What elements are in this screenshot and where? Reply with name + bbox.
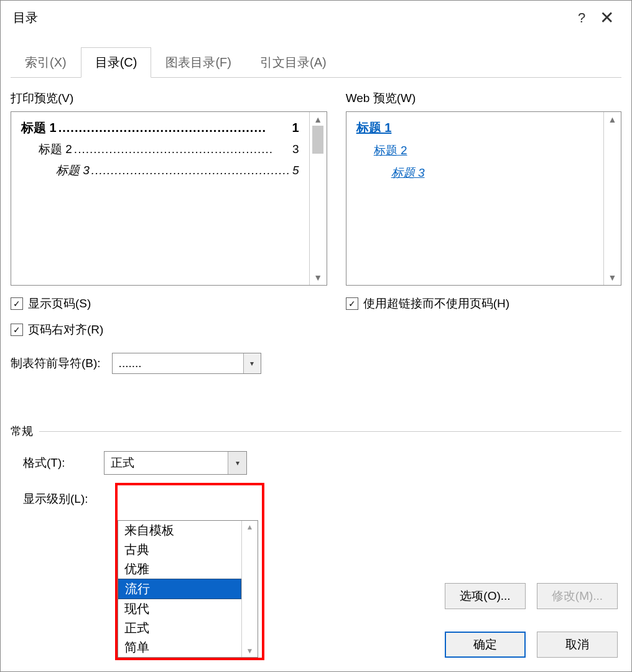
dialog-window: 目录 ? ✕ 索引(X) 目录(C) 图表目录(F) 引文目录(A) 打印预览(… [0,0,632,672]
close-icon[interactable]: ✕ [594,7,619,28]
chevron-down-icon: ▾ [228,452,246,474]
show-page-numbers-label: 显示页码(S) [28,296,91,312]
chevron-down-icon: ▼ [608,273,617,282]
format-option-fancy[interactable]: 流行 [118,579,241,599]
format-option-elegant[interactable]: 优雅 [118,559,241,579]
chevron-up-icon: ▲ [608,114,617,124]
right-align-label: 页码右对齐(R) [28,322,103,338]
tab-toc[interactable]: 目录(C) [81,47,152,78]
format-dropdown[interactable]: 来自模板 古典 优雅 流行 现代 正式 简单 ▲ ▼ [118,520,258,658]
check-icon: ✓ [11,324,23,336]
chevron-up-icon: ▲ [314,114,322,124]
web-entry-3: 标题 3 [356,165,593,181]
format-option-modern[interactable]: 现代 [118,599,241,618]
options-button[interactable]: 选项(O)... [445,583,526,609]
format-combo[interactable]: 正式 ▾ [104,451,247,475]
tab-leader-value: ....... [113,357,243,370]
tab-strip: 索引(X) 目录(C) 图表目录(F) 引文目录(A) [11,47,621,78]
print-preview-label: 打印预览(V) [11,90,327,106]
print-preview-scrollbar[interactable]: ▲ ▼ [309,112,327,285]
scrollbar-thumb[interactable] [312,126,323,154]
format-dropdown-items: 来自模板 古典 优雅 流行 现代 正式 简单 [118,521,241,657]
divider [39,431,621,432]
format-option-simple[interactable]: 简单 [118,638,241,657]
web-preview-scrollbar[interactable]: ▲ ▼ [603,112,621,285]
format-option-formal[interactable]: 正式 [118,618,241,638]
cancel-button[interactable]: 取消 [537,632,618,658]
help-icon[interactable]: ? [569,10,594,26]
right-align-checkbox[interactable]: ✓ 页码右对齐(R) [11,322,327,338]
toc-entry-2: 标题 2....................................… [21,141,299,157]
tab-panel-toc: 打印预览(V) 标题 1............................… [11,78,621,511]
use-hyperlinks-checkbox[interactable]: ✓ 使用超链接而不使用页码(H) [346,296,621,312]
dropdown-scrollbar[interactable]: ▲ ▼ [241,521,258,657]
tab-leader-combo[interactable]: ....... ▾ [112,353,261,374]
title-bar: 目录 ? ✕ [1,1,631,35]
general-label: 常规 [11,424,33,439]
check-icon: ✓ [346,297,358,310]
chevron-down-icon: ▾ [243,353,261,373]
web-entry-1: 标题 1 [356,119,593,136]
show-levels-label: 显示级别(L): [23,491,91,507]
tab-figures[interactable]: 图表目录(F) [151,47,246,77]
modify-button: 修改(M)... [537,583,618,609]
ok-button[interactable]: 确定 [445,632,526,658]
print-preview-box: 标题 1....................................… [11,111,327,286]
dialog-content: 索引(X) 目录(C) 图表目录(F) 引文目录(A) 打印预览(V) 标题 1… [1,35,631,671]
format-label: 格式(T): [23,455,91,471]
format-option-from-template[interactable]: 来自模板 [118,521,241,540]
format-selected: 正式 [105,455,228,471]
tab-index[interactable]: 索引(X) [11,47,81,77]
toc-entry-3: 标题 3....................................… [21,162,299,179]
tab-leader-label: 制表符前导符(B): [11,355,101,371]
tab-citations[interactable]: 引文目录(A) [246,47,341,77]
web-entry-2: 标题 2 [356,142,593,159]
web-preview-label: Web 预览(W) [346,90,621,106]
chevron-down-icon: ▼ [246,646,254,655]
toc-entry-1: 标题 1....................................… [21,119,299,136]
show-page-numbers-checkbox[interactable]: ✓ 显示页码(S) [11,296,327,312]
web-preview-box: 标题 1 标题 2 标题 3 ▲ ▼ [346,111,621,286]
check-icon: ✓ [11,297,23,310]
general-group: 常规 [11,424,621,439]
format-option-classic[interactable]: 古典 [118,540,241,559]
chevron-up-icon: ▲ [246,523,254,531]
dialog-title: 目录 [13,9,569,26]
use-hyperlinks-label: 使用超链接而不使用页码(H) [363,296,509,312]
tab-leader-row: 制表符前导符(B): ....... ▾ [11,353,327,374]
chevron-down-icon: ▼ [314,273,322,282]
